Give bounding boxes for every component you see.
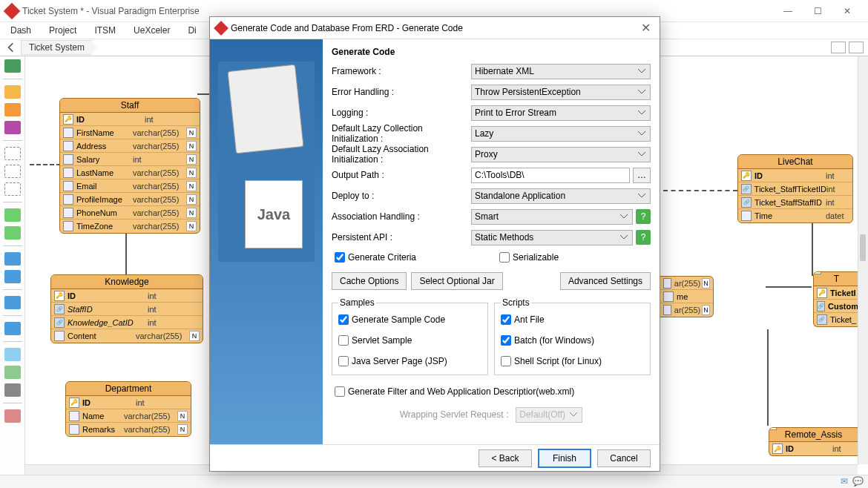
erd-column[interactable]: 🔗Ticket_StaffTicketIDint	[738, 182, 852, 196]
erd-column[interactable]: SalaryintN	[60, 153, 200, 166]
erd-column[interactable]: 🔑TicketI	[814, 286, 859, 300]
cancel-button[interactable]: Cancel	[597, 449, 651, 467]
advanced-settings-button[interactable]: Advanced Settings	[560, 272, 651, 290]
select-deploy[interactable]: Standalone Application	[471, 188, 651, 204]
erd-column[interactable]: 🔑IDint	[738, 169, 852, 182]
erd-column[interactable]: Namevarchar(255)N	[66, 409, 191, 423]
menu-uexceler[interactable]: UeXceler	[134, 25, 170, 36]
erd-table-department[interactable]: Department 🔑IDintNamevarchar(255)NRemark…	[65, 381, 191, 437]
check-serial[interactable]	[499, 252, 510, 263]
select-persist[interactable]: Static Methods	[471, 230, 633, 245]
erd-column[interactable]: Addressvarchar(255)N	[60, 139, 200, 153]
tool-table-icon[interactable]	[4, 103, 21, 116]
check-jsp[interactable]	[338, 356, 349, 366]
erd-column[interactable]: 🔗Knowledge_CatIDint	[51, 316, 203, 329]
input-output-path[interactable]	[471, 168, 630, 183]
tool-note-icon[interactable]	[4, 252, 21, 266]
check-batch[interactable]	[501, 335, 511, 346]
erd-table-knowledge[interactable]: Knowledge 🔑IDint🔗StaffIDint🔗Knowledge_Ca…	[50, 274, 203, 343]
tool-view-icon[interactable]	[4, 121, 21, 134]
tool-link-icon[interactable]	[4, 322, 21, 335]
toolbar-icon-1[interactable]	[831, 42, 846, 53]
erd-table-staff[interactable]: Staff 🔑IDintFirstNamevarchar(255)NAddres…	[59, 98, 200, 234]
erd-column[interactable]: FirstNamevarchar(255)N	[60, 126, 200, 139]
tool-rel2-icon[interactable]	[4, 165, 21, 178]
breadcrumb-back-icon[interactable]	[4, 41, 18, 54]
tool-doc-icon[interactable]	[4, 270, 21, 283]
erd-table-ticket[interactable]: M T 🔑TicketI🔗Custom🔗Ticket_	[813, 271, 859, 327]
erd-column[interactable]: Contentvarchar(255)N	[51, 329, 203, 343]
erd-column[interactable]: PhoneNumvarchar(255)N	[60, 206, 200, 220]
check-criteria[interactable]	[335, 252, 345, 263]
select-jar-button[interactable]: Select Optional Jar	[411, 272, 502, 290]
check-ant[interactable]	[501, 314, 511, 325]
erd-column[interactable]: 🔗StaffIDint	[51, 303, 203, 316]
select-lazyassoc[interactable]: Proxy	[471, 147, 651, 162]
connector	[812, 221, 813, 276]
check-criteria-label: Generate Criteria	[348, 252, 416, 263]
tool-rel1-icon[interactable]	[4, 147, 21, 160]
mail-icon[interactable]: ✉	[841, 476, 848, 487]
erd-column[interactable]: ar(255)N	[660, 277, 713, 290]
menu-di[interactable]: Di	[188, 25, 196, 36]
check-servlet[interactable]	[338, 335, 349, 346]
erd-colname: Custom	[828, 302, 858, 311]
erd-table-remote[interactable]: M Remote_Assis 🔑IDint	[769, 427, 858, 456]
erd-column[interactable]: Remarksvarchar(255)N	[66, 423, 191, 436]
finish-button[interactable]: Finish	[538, 449, 591, 468]
erd-coltype: int	[826, 198, 849, 207]
maximize-button[interactable]: ☐	[803, 1, 832, 22]
tool-image-icon[interactable]	[4, 366, 21, 379]
tool-rel3-icon[interactable]	[4, 182, 21, 196]
select-lazycol[interactable]: Lazy	[471, 126, 651, 142]
tool-green-icon[interactable]	[4, 208, 21, 222]
tool-grid-icon[interactable]	[4, 226, 21, 240]
select-error[interactable]: Throw PersistentException	[471, 85, 651, 100]
erd-column[interactable]: me	[660, 290, 713, 303]
check-sample-code-label: Generate Sample Code	[352, 314, 445, 325]
erd-column[interactable]: 🔑IDint	[51, 289, 203, 303]
tool-folder-icon[interactable]	[4, 296, 21, 309]
dialog-close-button[interactable]: ✕	[638, 21, 654, 35]
erd-column[interactable]: TimeZonevarchar(255)N	[60, 220, 200, 233]
check-filter[interactable]	[335, 386, 345, 397]
chat-icon[interactable]: 💬	[852, 476, 864, 487]
erd-column[interactable]: ar(255)N	[660, 303, 713, 317]
erd-column[interactable]: Emailvarchar(255)N	[60, 179, 200, 193]
erd-column[interactable]: 🔗Ticket_	[814, 313, 859, 326]
check-sample-code[interactable]	[338, 314, 349, 325]
select-assoc[interactable]: Smart	[471, 209, 633, 225]
help-icon[interactable]: ?	[636, 209, 651, 224]
erd-table-livechat[interactable]: LiveChat 🔑IDint🔗Ticket_StaffTicketIDint🔗…	[737, 154, 853, 223]
tool-trash-icon[interactable]	[4, 409, 21, 423]
tool-run-icon[interactable]	[4, 59, 21, 73]
select-framework[interactable]: Hibernate XML	[471, 64, 651, 79]
erd-column[interactable]: 🔑IDint	[60, 113, 200, 126]
tool-rect-icon[interactable]	[4, 348, 21, 361]
close-button[interactable]: ✕	[832, 1, 862, 22]
erd-column[interactable]: Timedatet	[738, 209, 852, 222]
tool-entity-icon[interactable]	[4, 85, 21, 99]
minimize-button[interactable]: —	[773, 1, 803, 22]
erd-column[interactable]: LastNamevarchar(255)N	[60, 166, 200, 179]
menu-itsm[interactable]: ITSM	[94, 25, 116, 36]
menu-dash[interactable]: Dash	[10, 25, 31, 36]
cache-options-button[interactable]: Cache Options	[332, 272, 407, 290]
vertical-scrollbar[interactable]	[858, 56, 868, 464]
erd-column[interactable]: 🔑IDint	[66, 396, 191, 409]
breadcrumb[interactable]: Ticket System	[21, 40, 97, 55]
erd-column[interactable]: 🔗Custom	[814, 300, 859, 313]
erd-column[interactable]: 🔗Ticket_StaffStaffIDint	[738, 196, 852, 209]
check-shell[interactable]	[501, 356, 511, 366]
erd-table-partial[interactable]: ar(255)Nmear(255)N	[660, 276, 714, 317]
select-logging[interactable]: Print to Error Stream	[471, 105, 651, 121]
erd-column[interactable]: ProfileImagevarchar(255)N	[60, 193, 200, 206]
col-icon	[63, 154, 73, 165]
menu-project[interactable]: Project	[49, 25, 76, 36]
toolbar-icon-2[interactable]	[849, 42, 864, 53]
back-button[interactable]: < Back	[479, 449, 532, 467]
erd-column[interactable]: 🔑IDint	[769, 442, 858, 455]
tool-camera-icon[interactable]	[4, 383, 21, 397]
browse-button[interactable]: …	[633, 168, 651, 183]
help-icon[interactable]: ?	[636, 230, 651, 245]
